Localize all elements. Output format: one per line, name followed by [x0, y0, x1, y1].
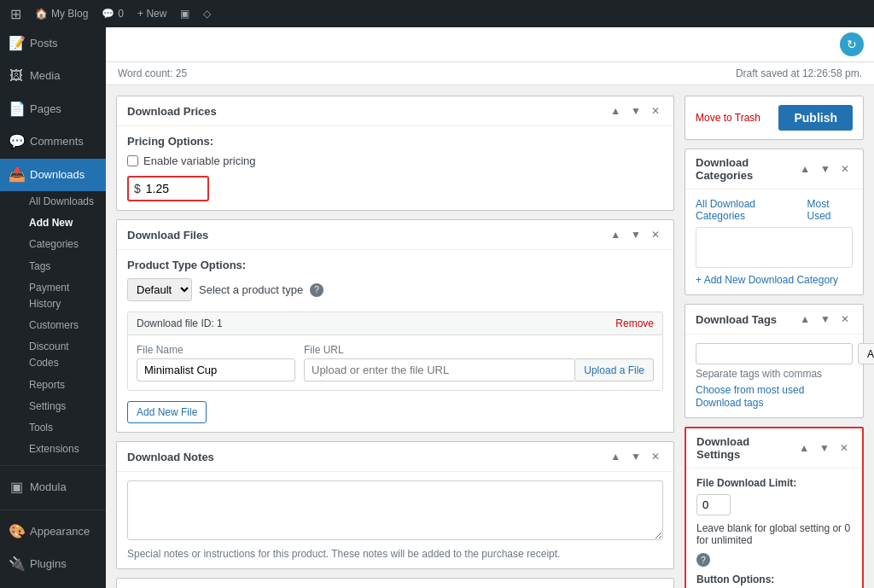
product-type-label: Product Type Options: — [127, 259, 663, 271]
file-limit-help-icon[interactable]: ? — [696, 553, 710, 567]
sidebar-sub-settings[interactable]: Settings — [0, 396, 106, 417]
sidebar-sep-1 — [0, 465, 106, 466]
sidebar-item-appearance[interactable]: 🎨 Appearance — [0, 515, 106, 548]
notes-collapse-down-btn[interactable]: ▼ — [627, 449, 644, 464]
sidebar-sub-all-downloads[interactable]: All Downloads — [0, 191, 106, 212]
dl-settings-up-btn[interactable]: ▲ — [795, 440, 813, 456]
prices-collapse-up-btn[interactable]: ▲ — [607, 103, 624, 119]
diamond-bar-item[interactable]: ◇ — [203, 8, 211, 20]
download-notes-body: Special notes or instructions for this p… — [117, 472, 673, 568]
tags-up-btn[interactable]: ▲ — [796, 311, 813, 327]
modula-sidebar-label: Modula — [30, 480, 67, 495]
prices-close-btn[interactable]: ✕ — [648, 103, 663, 119]
modula-icon: ▣ — [180, 8, 189, 20]
media-icon: 🖼 — [9, 67, 24, 85]
notes-collapse-up-btn[interactable]: ▲ — [607, 449, 624, 464]
sidebar-sub-add-new[interactable]: Add New — [0, 212, 106, 234]
sidebar-item-comments[interactable]: 💬 Comments — [0, 125, 106, 158]
download-prices-metabox: Download Prices ▲ ▼ ✕ Pricing Options: E… — [116, 96, 674, 211]
button-options-label: Button Options: — [696, 573, 852, 585]
cats-down-btn[interactable]: ▼ — [817, 161, 834, 177]
download-settings-body: File Download Limit: Leave blank for glo… — [686, 469, 862, 588]
sidebar-sub-discount-codes[interactable]: Discount Codes — [0, 336, 106, 374]
metabox-sidebar: Move to Trash Publish Download Categorie… — [685, 96, 864, 588]
download-notes-textarea[interactable] — [127, 480, 663, 540]
price-input[interactable] — [143, 179, 202, 198]
tag-separator-note: Separate tags with commas — [696, 368, 853, 380]
cats-up-btn[interactable]: ▲ — [796, 161, 813, 177]
add-new-category-link[interactable]: + Add New Download Category — [696, 274, 838, 286]
download-files-title: Download Files — [127, 229, 602, 242]
sidebar-item-pages[interactable]: 📄 Pages — [0, 93, 106, 125]
prices-collapse-down-btn[interactable]: ▼ — [627, 103, 644, 119]
new-item[interactable]: + New — [137, 8, 166, 20]
sidebar-sub-reports[interactable]: Reports — [0, 375, 106, 396]
files-collapse-down-btn[interactable]: ▼ — [627, 227, 644, 242]
download-tags-header: Download Tags ▲ ▼ ✕ — [685, 305, 863, 335]
price-input-wrap: $ — [127, 176, 209, 201]
draft-status: Draft saved at 12:26:58 pm. — [736, 67, 862, 79]
file-limit-input[interactable] — [696, 494, 731, 515]
product-type-help-icon[interactable]: ? — [310, 283, 323, 297]
sidebar-sub-categories[interactable]: Categories — [0, 234, 106, 255]
file-name-input[interactable] — [137, 358, 295, 381]
word-count-bar: Word count: 25 Draft saved at 12:26:58 p… — [106, 62, 874, 85]
all-categories-link[interactable]: All Download Categories — [696, 198, 801, 222]
comments-count: 0 — [118, 8, 124, 20]
files-collapse-up-btn[interactable]: ▲ — [607, 227, 624, 242]
site-name-item[interactable]: 🏠 My Blog — [35, 8, 88, 20]
site-name-label: My Blog — [51, 8, 88, 20]
tag-add-button[interactable]: Add — [858, 343, 874, 364]
sidebar-item-modula[interactable]: ▣ Modula — [0, 471, 106, 504]
sidebar-sub-tools[interactable]: Tools — [0, 417, 106, 439]
content-area: Download Prices ▲ ▼ ✕ Pricing Options: E… — [106, 85, 874, 588]
dl-settings-down-btn[interactable]: ▼ — [816, 440, 833, 456]
sidebar-item-media[interactable]: 🖼 Media — [0, 60, 106, 92]
tag-input-row: Add — [696, 343, 853, 364]
admin-bar: ⊞ 🏠 My Blog 💬 0 + New ▣ ◇ — [0, 0, 874, 27]
download-settings-header: Download Settings ▲ ▼ ✕ — [686, 428, 862, 469]
notes-close-btn[interactable]: ✕ — [648, 449, 663, 464]
sidebar-sub-extensions[interactable]: Extensions — [0, 439, 106, 460]
file-id-label: Download file ID: 1 — [137, 317, 223, 329]
sidebar-sub-tags[interactable]: Tags — [0, 256, 106, 277]
file-url-input[interactable] — [304, 358, 575, 381]
home-icon: 🏠 — [35, 8, 48, 20]
modula-bar-item[interactable]: ▣ — [180, 8, 189, 20]
dl-settings-close-btn[interactable]: ✕ — [836, 440, 852, 456]
cats-close-btn[interactable]: ✕ — [837, 161, 853, 177]
new-label: + New — [137, 8, 166, 20]
variable-pricing-checkbox[interactable] — [127, 155, 138, 166]
sidebar-item-users[interactable]: 👤 Users — [0, 581, 106, 588]
sidebar-sub-customers[interactable]: Customers — [0, 315, 106, 336]
move-to-trash-link[interactable]: Move to Trash — [696, 112, 760, 124]
select-placeholder: Select a product type — [199, 283, 303, 296]
file-remove-button[interactable]: Remove — [615, 317, 654, 329]
upload-file-button[interactable]: Upload a File — [575, 358, 654, 381]
download-notes-help: Special notes or instructions for this p… — [127, 548, 663, 560]
publish-button[interactable]: Publish — [778, 105, 853, 131]
comments-item[interactable]: 💬 0 — [102, 8, 124, 20]
categories-controls: ▲ ▼ ✕ — [796, 161, 853, 177]
refresh-button[interactable]: ↻ — [840, 32, 864, 56]
pages-label: Pages — [30, 102, 61, 117]
posts-icon: 📝 — [9, 34, 24, 53]
files-close-btn[interactable]: ✕ — [648, 227, 663, 242]
product-type-select[interactable]: Default — [127, 278, 192, 301]
tags-close-btn[interactable]: ✕ — [837, 311, 853, 327]
tags-down-btn[interactable]: ▼ — [817, 311, 834, 327]
sidebar-item-downloads[interactable]: 📥 Downloads — [0, 159, 106, 191]
publish-body: Move to Trash Publish — [685, 96, 863, 139]
sidebar-sub-payment-history[interactable]: Payment History — [0, 277, 106, 315]
editor-top-bar: ↻ — [106, 27, 874, 62]
most-used-categories-link[interactable]: Most Used — [807, 198, 853, 222]
most-used-tags-link[interactable]: Choose from most used Download tags — [696, 384, 804, 409]
sidebar-item-posts[interactable]: 📝 Posts — [0, 27, 106, 60]
file-url-wrap: Upload a File — [304, 358, 654, 381]
add-new-file-button[interactable]: Add New File — [127, 401, 207, 423]
product-type-row: Default Select a product type ? — [127, 278, 663, 301]
sidebar-item-plugins[interactable]: 🔌 Plugins — [0, 548, 106, 580]
tag-input[interactable] — [696, 343, 853, 364]
wp-logo-item[interactable]: ⊞ — [10, 6, 21, 22]
file-url-label: File URL — [304, 344, 654, 356]
